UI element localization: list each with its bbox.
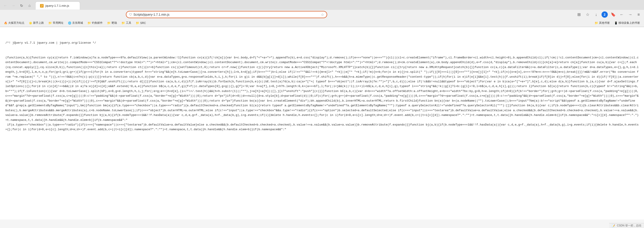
comment-line: /*! jQuery v1.7.1 jquery.com | jquery.or… [5, 41, 639, 45]
favorite-icon[interactable]: ☆ [321, 13, 324, 17]
forward-button[interactable]: → [10, 3, 16, 9]
bookmark-label: 火狐官方站点 [8, 21, 24, 25]
extensions-icon[interactable]: ⊞ [576, 12, 582, 18]
status-icon: 📝 [612, 224, 615, 227]
profile-badge[interactable]: 2 [602, 12, 608, 18]
status-text: CSDN 登一把，总结 [617, 224, 641, 227]
folder-icon: 📁 [136, 21, 139, 25]
bookmark-other[interactable]: 📁 其他书签 [593, 20, 612, 26]
bookmark-mobile[interactable]: 📱 移动设备上的书签 [612, 20, 642, 26]
folder-icon: 📁 [88, 21, 91, 25]
mobile-icon: 📱 [614, 22, 618, 25]
folder-icon: 📁 [122, 21, 125, 25]
home-button[interactable]: ⌂ [26, 3, 33, 9]
bookmark-label: SRC [140, 22, 146, 25]
folder-icon: 📁 [594, 21, 598, 25]
bookmark-label: 靶场 [112, 21, 117, 25]
bookmark-label: 京东商城 [72, 21, 83, 25]
browser-right-icons: ⊞ ☆ ↓ 2 🔖 ← → ≡ [576, 12, 642, 18]
folder-icon: 📁 [48, 21, 52, 25]
bookmark-jd[interactable]: 🌐 京东商城 [66, 20, 85, 26]
bookmark-common[interactable]: 📁 常用网址 [46, 20, 65, 26]
bookmark-label: 工具 [126, 21, 131, 25]
bookmark-src[interactable]: 📁 SRC [134, 21, 148, 25]
bookmark-label: 常用网址 [53, 21, 64, 25]
code-content-area[interactable]: /*! jQuery v1.7.1 jquery.com | jquery.or… [0, 27, 644, 219]
tab-title: jquery-1.7.1.min.js [46, 4, 69, 8]
code-body: (function(a,b){function cy(a){return f.i… [5, 55, 639, 132]
redo-icon[interactable]: → [627, 12, 633, 18]
bookmark-huohu[interactable]: 🔥 火狐官方站点 [2, 20, 26, 26]
bookmark-fishing[interactable]: 📁 钓鱼邮件 [86, 20, 104, 26]
menu-icon[interactable]: ≡ [636, 12, 642, 18]
back-button[interactable]: ← [2, 3, 8, 9]
folder-icon: 📁 [107, 21, 111, 25]
nav-controls: ← → ↻ ⌂ [2, 3, 33, 9]
huohu-icon: 🔥 [4, 22, 8, 25]
bookmark-label: 钓鱼邮件 [92, 21, 103, 25]
bookmark-tools[interactable]: 📁 工具 [120, 20, 133, 26]
bookmark-right: 📁 其他书签 📱 移动设备上的书签 [593, 20, 642, 26]
jd-icon: 🌐 [68, 22, 71, 25]
status-bar: 📝 CSDN 登一把，总结 [609, 223, 644, 228]
address-bar-row: 🛡 Scripts/jquery-1.7.1.min.js ☆ ⊞ ☆ ↓ 2 … [0, 10, 644, 19]
active-tab[interactable]: J jquery-1.7.1.min.js [35, 2, 80, 10]
tab-favicon: J [40, 4, 44, 8]
bookmark-label: 移动设备上的书签 [618, 21, 640, 25]
bookmarks-bar: 🔥 火狐官方站点 🌟 新手上路 📁 常用网址 🌐 京东商城 📁 钓鱼邮件 📁 靶… [0, 19, 644, 27]
bookmark-label: 其他书签 [599, 21, 610, 25]
address-bar[interactable]: 🛡 Scripts/jquery-1.7.1.min.js ☆ [126, 11, 327, 18]
newhand-icon: 🌟 [29, 22, 32, 25]
downloads-icon[interactable]: ↓ [593, 12, 599, 18]
tab-bar: ← → ↻ ⌂ J jquery-1.7.1.min.js [0, 0, 644, 10]
browser-chrome: ← → ↻ ⌂ J jquery-1.7.1.min.js 🛡 Scripts/… [0, 0, 644, 27]
bookmark-icon[interactable]: 🔖 [610, 12, 616, 18]
favorites-icon[interactable]: ☆ [584, 12, 591, 18]
reload-button[interactable]: ↻ [18, 3, 24, 9]
bookmark-newhand[interactable]: 🌟 新手上路 [27, 20, 46, 26]
shield-icon: 🛡 [129, 13, 132, 16]
address-right-icons: ☆ [321, 13, 324, 17]
bookmark-bazi[interactable]: 📁 靶场 [105, 20, 119, 26]
bookmark-label: 新手上路 [33, 21, 44, 25]
address-url: Scripts/jquery-1.7.1.min.js [134, 13, 321, 16]
undo-icon[interactable]: ← [618, 12, 625, 18]
